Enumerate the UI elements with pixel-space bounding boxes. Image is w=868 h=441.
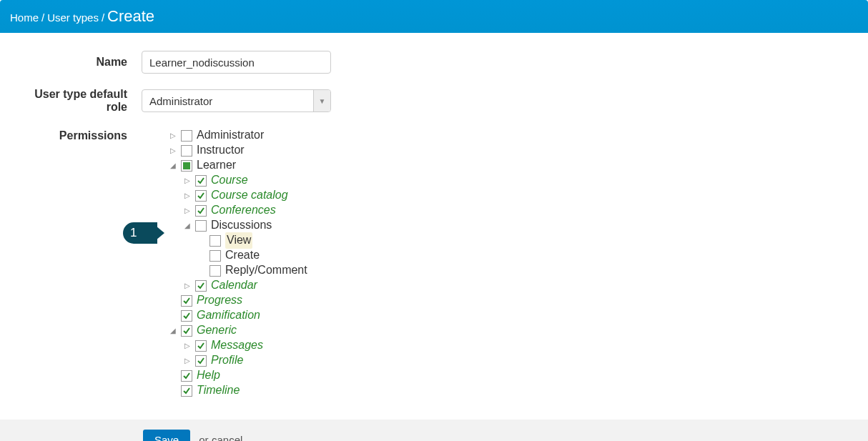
node-label: Generic	[197, 322, 237, 338]
checkbox[interactable]	[209, 235, 221, 247]
checkbox[interactable]	[209, 250, 221, 262]
tree-node-view[interactable]: ▷ View	[142, 233, 307, 248]
tree-node-administrator[interactable]: ▷ Administrator	[142, 128, 307, 143]
spacer: ▷	[197, 266, 207, 276]
node-label: Course	[211, 172, 248, 188]
node-label: Gamification	[197, 307, 260, 323]
checkbox-indeterminate[interactable]	[181, 160, 192, 172]
checkbox-checked[interactable]	[181, 370, 192, 382]
checkbox[interactable]	[195, 220, 207, 232]
breadcrumb-home[interactable]: Home	[10, 11, 39, 24]
default-role-value: Administrator	[142, 90, 313, 112]
expand-icon[interactable]: ▷	[182, 206, 192, 216]
node-label: Discussions	[211, 217, 272, 233]
checkbox-checked[interactable]	[195, 355, 207, 367]
or-text: or cancel	[199, 434, 242, 442]
breadcrumb-current: Create	[107, 7, 154, 26]
expand-icon[interactable]: ▷	[168, 131, 178, 141]
tree-node-profile[interactable]: ▷ Profile	[142, 353, 307, 368]
footer-bar: Save or cancel	[0, 420, 868, 441]
checkbox-checked[interactable]	[181, 310, 192, 322]
spacer: ▷	[168, 371, 178, 381]
checkbox-checked[interactable]	[181, 385, 192, 397]
tree-node-calendar[interactable]: ▷ Calendar	[142, 278, 307, 293]
breadcrumb-sep: /	[102, 11, 104, 24]
tree-node-course[interactable]: ▷ Course	[142, 173, 307, 188]
checkbox-checked[interactable]	[195, 205, 207, 217]
tree-node-course-catalog[interactable]: ▷ Course catalog	[142, 188, 307, 203]
spacer: ▷	[168, 386, 178, 396]
breadcrumb-sep: /	[41, 11, 44, 24]
name-input[interactable]	[142, 51, 331, 74]
tree-node-instructor[interactable]: ▷ Instructor	[142, 143, 307, 158]
checkbox[interactable]	[209, 265, 221, 277]
collapse-icon[interactable]: ◢	[168, 161, 178, 171]
tree-node-generic[interactable]: ◢ Generic	[142, 323, 307, 338]
spacer: ▷	[168, 296, 178, 306]
expand-icon[interactable]: ▷	[182, 191, 192, 201]
node-label: Instructor	[197, 142, 245, 158]
node-label: Profile	[211, 352, 243, 368]
checkbox-checked[interactable]	[181, 295, 192, 307]
node-label: Messages	[211, 337, 263, 353]
save-button[interactable]: Save	[143, 430, 190, 441]
tree-node-learner[interactable]: ◢ Learner	[142, 158, 307, 173]
tree-node-progress[interactable]: ▷ Progress	[142, 293, 307, 308]
expand-icon[interactable]: ▷	[182, 356, 192, 366]
default-role-label: User type default role	[14, 88, 142, 114]
tree-node-discussions[interactable]: ◢ Discussions	[142, 218, 307, 233]
checkbox[interactable]	[181, 130, 192, 142]
chevron-down-icon: ▼	[313, 90, 330, 112]
breadcrumb-usertypes[interactable]: User types	[47, 11, 99, 24]
spacer: ▷	[197, 251, 207, 261]
tree-node-create[interactable]: ▷ Create	[142, 248, 307, 263]
permissions-tree: ▷ Administrator ▷ Instructor ◢ Learner ▷	[142, 128, 307, 398]
callout-pointer-icon	[152, 222, 164, 244]
expand-icon[interactable]: ▷	[182, 176, 192, 186]
node-label: Reply/Comment	[225, 262, 307, 278]
cancel-link[interactable]: cancel	[212, 434, 242, 442]
collapse-icon[interactable]: ◢	[168, 326, 178, 336]
tree-node-messages[interactable]: ▷ Messages	[142, 338, 307, 353]
tree-node-timeline[interactable]: ▷ Timeline	[142, 383, 307, 398]
tree-node-help[interactable]: ▷ Help	[142, 368, 307, 383]
node-label: Help	[197, 367, 220, 383]
node-label: Progress	[197, 292, 242, 308]
checkbox-checked[interactable]	[181, 325, 192, 337]
node-label: Learner	[197, 157, 236, 173]
default-role-select[interactable]: Administrator ▼	[142, 89, 331, 112]
spacer: ▷	[197, 236, 207, 246]
checkbox-checked[interactable]	[195, 175, 207, 187]
breadcrumb-bar: Home / User types / Create	[0, 0, 868, 33]
collapse-icon[interactable]: ◢	[182, 221, 192, 231]
node-label: Timeline	[197, 382, 240, 398]
node-label: View	[225, 232, 252, 248]
tree-node-gamification[interactable]: ▷ Gamification	[142, 308, 307, 323]
name-label: Name	[14, 56, 142, 69]
spacer: ▷	[168, 311, 178, 321]
callout-number: 1	[130, 226, 137, 240]
tree-node-conferences[interactable]: ▷ Conferences	[142, 203, 307, 218]
permissions-label: Permissions	[14, 128, 142, 142]
checkbox-checked[interactable]	[195, 340, 207, 352]
node-label: Course catalog	[211, 187, 288, 203]
node-label: Create	[225, 247, 260, 263]
node-label: Administrator	[197, 127, 264, 143]
expand-icon[interactable]: ▷	[182, 341, 192, 351]
expand-icon[interactable]: ▷	[182, 281, 192, 291]
checkbox-checked[interactable]	[195, 190, 207, 202]
tree-node-reply-comment[interactable]: ▷ Reply/Comment	[142, 263, 307, 278]
checkbox[interactable]	[181, 145, 192, 157]
expand-icon[interactable]: ▷	[168, 146, 178, 156]
node-label: Calendar	[211, 277, 257, 293]
checkbox-checked[interactable]	[195, 280, 207, 292]
node-label: Conferences	[211, 202, 276, 218]
